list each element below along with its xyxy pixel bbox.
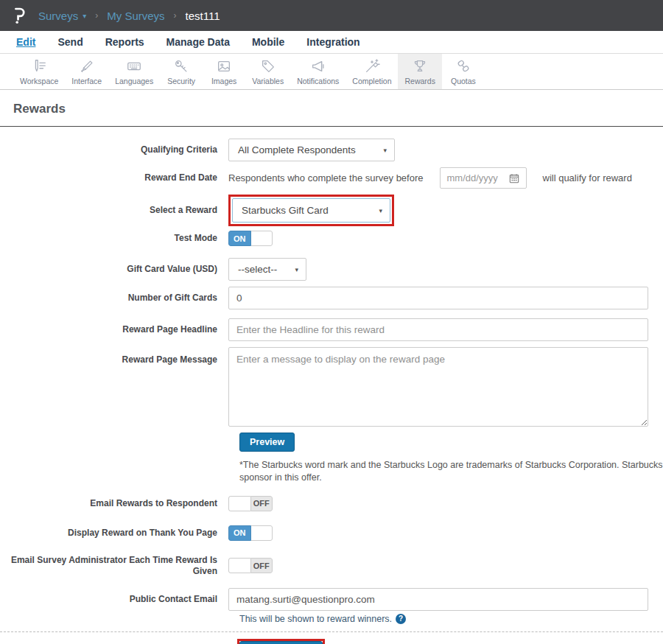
pen-lines-icon	[30, 58, 48, 74]
toolbar-label: Workspace	[20, 77, 58, 85]
tab-manage-data[interactable]: Manage Data	[166, 36, 230, 48]
reward-end-date-label: Reward End Date	[0, 172, 228, 183]
email-admin-label: Email Survey Administrator Each Time Rew…	[0, 555, 228, 577]
tab-mobile[interactable]: Mobile	[252, 36, 284, 48]
reward-page-message-label: Reward Page Message	[0, 347, 228, 365]
public-contact-email-label: Public Contact Email	[0, 594, 228, 605]
toolbar-item-completion[interactable]: Completion	[345, 54, 398, 89]
app-header: Surveys ▾ › My Surveys › test111	[0, 0, 663, 31]
test-mode-toggle[interactable]: ON	[228, 231, 273, 246]
toolbar-item-quotas[interactable]: Quotas	[442, 54, 485, 89]
display-reward-label: Display Reward on Thank You Page	[0, 528, 228, 539]
qualifying-criteria-value: All Complete Respondents	[238, 144, 356, 155]
save-changes-button[interactable]: Save Changes	[239, 641, 323, 644]
chevron-down-icon: ▾	[383, 147, 387, 154]
row-reward-end-date: Reward End Date Respondents who complete…	[0, 167, 663, 189]
breadcrumb-surveys-label: Surveys	[38, 10, 78, 22]
toolbar-label: Security	[167, 77, 195, 85]
keyboard-icon	[125, 58, 143, 74]
chain-links-icon	[455, 58, 472, 74]
gift-card-value-label: Gift Card Value (USD)	[0, 264, 228, 275]
toolbar-label: Rewards	[404, 77, 435, 85]
breadcrumb-my-surveys[interactable]: My Surveys	[107, 10, 164, 22]
questionpro-logo-icon[interactable]	[12, 7, 25, 24]
page-title: Rewards	[13, 102, 663, 116]
email-rewards-toggle[interactable]: OFF	[228, 496, 273, 511]
toggle-knob	[228, 558, 250, 573]
toggle-on-label: ON	[228, 231, 251, 246]
reward-end-date-input[interactable]: mm/dd/yyyy	[440, 167, 527, 189]
toolbar-label: Interface	[71, 77, 102, 85]
public-email-help: This will be shown to reward winners. ?	[239, 614, 663, 624]
brush-icon	[78, 58, 96, 74]
row-select-reward: Select a Reward Starbucks Gift Card ▾	[0, 195, 663, 226]
public-email-help-text: This will be shown to reward winners.	[239, 614, 392, 624]
tab-integration[interactable]: Integration	[306, 36, 359, 48]
breadcrumb-separator: ›	[174, 10, 177, 21]
toggle-on-label: ON	[228, 525, 251, 541]
toggle-off-label: OFF	[250, 558, 273, 573]
qualifying-criteria-select[interactable]: All Complete Respondents ▾	[228, 139, 395, 161]
row-email-rewards: Email Rewards to Respondent OFF	[0, 496, 663, 511]
trademark-note-line1: *The Starbucks word mark and the Starbuc…	[239, 459, 663, 472]
breadcrumb-survey-name: test111	[186, 10, 220, 22]
chevron-down-icon: ▾	[83, 12, 86, 20]
toolbar-item-rewards[interactable]: Rewards	[398, 54, 441, 89]
megaphone-icon	[309, 58, 327, 74]
calendar-icon	[509, 173, 519, 183]
toolbar-item-workspace[interactable]: Workspace	[13, 54, 65, 89]
tab-edit[interactable]: Edit	[16, 36, 35, 48]
end-date-suffix-text: will qualify for reward	[543, 172, 632, 183]
tab-reports[interactable]: Reports	[105, 36, 144, 48]
toolbar-item-languages[interactable]: Languages	[108, 54, 160, 89]
toolbar-item-notifications[interactable]: Notifications	[290, 54, 345, 89]
date-placeholder: mm/dd/yyyy	[447, 172, 498, 183]
public-contact-email-input[interactable]	[228, 588, 648, 611]
email-admin-toggle[interactable]: OFF	[228, 558, 273, 573]
test-mode-label: Test Mode	[0, 233, 228, 244]
help-icon[interactable]: ?	[396, 614, 406, 624]
reward-page-headline-input[interactable]	[228, 318, 648, 341]
select-reward-select[interactable]: Starbucks Gift Card ▾	[232, 198, 390, 223]
toggle-knob	[251, 525, 273, 541]
chevron-down-icon: ▾	[295, 266, 298, 273]
display-reward-toggle[interactable]: ON	[228, 525, 273, 541]
breadcrumb-surveys[interactable]: Surveys ▾	[38, 10, 86, 22]
breadcrumb-separator: ›	[95, 10, 98, 21]
row-display-reward: Display Reward on Thank You Page ON	[0, 525, 663, 541]
row-email-admin: Email Survey Administrator Each Time Rew…	[0, 555, 663, 577]
row-reward-page-message: Reward Page Message	[0, 347, 663, 427]
tag-icon	[259, 58, 277, 74]
trophy-icon	[411, 58, 429, 74]
tab-send[interactable]: Send	[57, 36, 83, 48]
row-test-mode: Test Mode ON	[0, 231, 663, 246]
email-rewards-label: Email Rewards to Respondent	[0, 498, 228, 509]
toolbar-label: Images	[211, 77, 236, 85]
row-qualifying-criteria: Qualifying Criteria All Complete Respond…	[0, 139, 663, 161]
row-reward-page-headline: Reward Page Headline	[0, 318, 663, 341]
highlight-box: Starbucks Gift Card ▾	[228, 195, 394, 226]
chevron-down-icon: ▾	[379, 207, 382, 214]
toolbar-label: Notifications	[297, 77, 339, 85]
number-of-gift-cards-input[interactable]	[228, 287, 648, 309]
row-gift-card-value: Gift Card Value (USD) --select-- ▾	[0, 258, 663, 281]
image-icon	[215, 58, 233, 74]
toolbar-item-variables[interactable]: Variables	[245, 54, 290, 89]
qualifying-criteria-label: Qualifying Criteria	[0, 144, 228, 155]
select-reward-label: Select a Reward	[0, 205, 228, 216]
magic-wand-icon	[363, 58, 381, 74]
starbucks-trademark-note: *The Starbucks word mark and the Starbuc…	[239, 459, 663, 484]
toolbar-item-interface[interactable]: Interface	[65, 54, 108, 89]
reward-page-message-textarea[interactable]	[228, 347, 648, 427]
toolbar-item-images[interactable]: Images	[203, 54, 245, 89]
gift-card-value-select[interactable]: --select-- ▾	[228, 258, 306, 281]
main-tabbar: Edit Send Reports Manage Data Mobile Int…	[0, 31, 663, 54]
toolbar-item-security[interactable]: Security	[160, 54, 203, 89]
reward-page-headline-label: Reward Page Headline	[0, 324, 228, 335]
toolbar-label: Completion	[352, 77, 391, 85]
rewards-form: Qualifying Criteria All Complete Respond…	[0, 127, 663, 644]
highlight-box: Save Changes	[237, 639, 325, 644]
toggle-knob	[228, 496, 250, 511]
preview-button[interactable]: Preview	[239, 433, 295, 452]
toolbar-label: Quotas	[451, 77, 476, 85]
